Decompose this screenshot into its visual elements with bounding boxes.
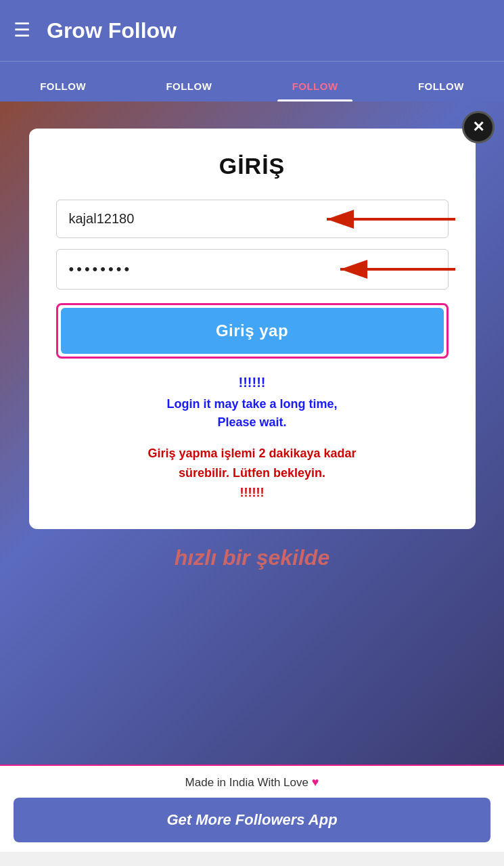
footer: Made in India With Love ♥ Get More Follo… — [0, 765, 504, 852]
app-header: ☰ Grow Follow — [0, 0, 504, 61]
password-wrapper — [56, 249, 449, 290]
close-button[interactable]: ✕ — [462, 111, 495, 143]
footer-text: Made in India With Love ♥ — [14, 775, 490, 790]
warning-tr-line1: Giriş yapma işlemi 2 dakikaya kadar — [147, 447, 356, 460]
warning-tr-line2: sürebilir. Lütfen bekleyin. — [179, 466, 325, 480]
tab-bar: FOLLOW FOLLOW FOLLOW FOLLOW — [0, 61, 504, 101]
get-more-button[interactable]: Get More Followers App — [14, 798, 490, 842]
password-input[interactable] — [56, 249, 449, 290]
username-input[interactable] — [56, 200, 449, 238]
hamburger-icon[interactable]: ☰ — [14, 21, 30, 40]
warning-en-line2: Please wait. — [217, 415, 286, 429]
warning-en-line1: Login it may take a long time, — [166, 397, 337, 411]
tab-follow-3[interactable]: FOLLOW — [252, 81, 378, 101]
warning-tr-exclaim: !!!!!! — [240, 486, 265, 499]
close-icon: ✕ — [472, 120, 484, 135]
tab-follow-2[interactable]: FOLLOW — [126, 81, 252, 101]
bg-bottom-text: hızlı bir şekilde — [175, 545, 329, 570]
heart-icon: ♥ — [312, 775, 319, 789]
made-in-text: Made in India With Love — [185, 776, 308, 789]
login-button-wrapper: Giriş yap — [56, 303, 449, 359]
modal-title: GİRİŞ — [56, 153, 449, 179]
app-title: Grow Follow — [47, 18, 177, 43]
warning-exclaim-en: !!!!!! — [56, 372, 449, 392]
tab-follow-4[interactable]: FOLLOW — [378, 81, 504, 101]
background-content: ✕ GİRİŞ — [0, 101, 504, 765]
login-button[interactable]: Giriş yap — [61, 308, 444, 354]
warning-turkish: Giriş yapma işlemi 2 dakikaya kadar süre… — [56, 444, 449, 502]
login-modal: GİRİŞ — [29, 129, 476, 529]
tab-follow-1[interactable]: FOLLOW — [0, 81, 126, 101]
warning-english: !!!!!! Login it may take a long time, Pl… — [56, 372, 449, 432]
username-wrapper — [56, 200, 449, 238]
